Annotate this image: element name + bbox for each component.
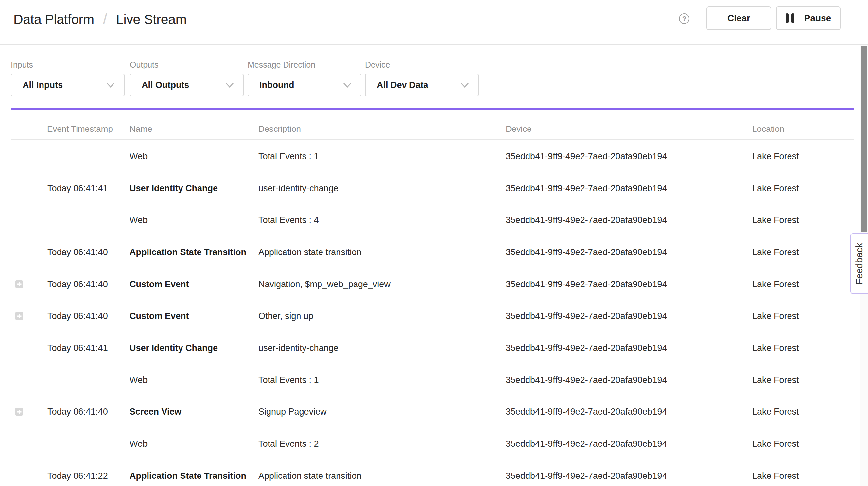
- clear-button[interactable]: Clear: [707, 6, 771, 30]
- breadcrumb-data-platform[interactable]: Data Platform: [13, 12, 94, 27]
- cell-name: Application State Transition: [129, 470, 246, 481]
- help-icon[interactable]: ?: [679, 13, 689, 24]
- column-header-event-timestamp: Event Timestamp: [47, 124, 113, 134]
- cell-location: Lake Forest: [752, 311, 799, 321]
- cell-timestamp: Today 06:41:40: [48, 247, 108, 257]
- table-row: Today 06:41:41User Identity Changeuser-i…: [0, 172, 868, 204]
- cell-timestamp: Today 06:41:40: [48, 407, 108, 417]
- cell-device: 35eddb41-9ff9-49e2-7aed-20afa90eb194: [506, 151, 667, 161]
- cell-description: user-identity-change: [258, 183, 339, 193]
- accent-bar: [11, 108, 854, 110]
- breadcrumb: Data Platform / Live Stream: [13, 0, 187, 39]
- cell-location: Lake Forest: [752, 343, 799, 353]
- cell-description: user-identity-change: [258, 343, 339, 353]
- feedback-tab-label: Feedback: [854, 243, 865, 284]
- breadcrumb-separator: /: [103, 10, 107, 28]
- filter-label-device: Device: [365, 60, 390, 70]
- table-row: WebTotal Events : 235eddb41-9ff9-49e2-7a…: [0, 428, 868, 460]
- cell-name: Custom Event: [129, 311, 189, 321]
- feedback-tab[interactable]: Feedback: [850, 233, 868, 294]
- chevron-down-icon: [106, 83, 115, 88]
- filter-dropdown-outputs[interactable]: All Outputs: [130, 73, 244, 96]
- cell-location: Lake Forest: [752, 439, 799, 449]
- column-header-location: Location: [752, 124, 784, 134]
- cell-location: Lake Forest: [752, 151, 799, 161]
- table-row: Today 06:41:22Application State Transiti…: [0, 460, 868, 486]
- column-header-device: Device: [506, 124, 531, 134]
- filter-value: All Dev Data: [377, 80, 461, 90]
- filter-dropdown-inputs[interactable]: All Inputs: [11, 73, 125, 96]
- cell-device: 35eddb41-9ff9-49e2-7aed-20afa90eb194: [506, 439, 667, 449]
- table-row: Today 06:41:40Custom EventNavigation, $m…: [0, 268, 868, 300]
- cell-description: Total Events : 1: [258, 151, 319, 161]
- cell-name: Web: [129, 375, 148, 385]
- table-row: Today 06:41:40Application State Transiti…: [0, 236, 868, 268]
- table-row: WebTotal Events : 435eddb41-9ff9-49e2-7a…: [0, 204, 868, 236]
- cell-device: 35eddb41-9ff9-49e2-7aed-20afa90eb194: [506, 407, 667, 417]
- cell-location: Lake Forest: [752, 470, 799, 481]
- cell-name: Web: [129, 151, 148, 161]
- cell-location: Lake Forest: [752, 215, 799, 225]
- table-row: WebTotal Events : 135eddb41-9ff9-49e2-7a…: [0, 140, 868, 172]
- filter-value: Inbound: [259, 80, 343, 90]
- filter-value: All Outputs: [142, 80, 225, 90]
- cell-description: Navigation, $mp_web_page_view: [258, 279, 391, 289]
- cell-device: 35eddb41-9ff9-49e2-7aed-20afa90eb194: [506, 279, 667, 289]
- cell-name: User Identity Change: [129, 343, 218, 353]
- cell-description: Signup Pageview: [258, 407, 327, 417]
- expand-plus-icon[interactable]: [15, 312, 23, 320]
- page-header: Data Platform / Live Stream ? Clear Paus…: [0, 0, 868, 45]
- cell-location: Lake Forest: [752, 407, 799, 417]
- cell-device: 35eddb41-9ff9-49e2-7aed-20afa90eb194: [506, 247, 667, 257]
- cell-timestamp: Today 06:41:22: [48, 470, 108, 481]
- cell-timestamp: Today 06:41:41: [48, 183, 108, 193]
- cell-name: Screen View: [129, 407, 182, 417]
- cell-description: Application state transition: [258, 470, 362, 481]
- chevron-down-icon: [461, 83, 469, 88]
- column-header-description: Description: [258, 124, 301, 134]
- cell-description: Application state transition: [258, 247, 362, 257]
- expand-plus-icon[interactable]: [15, 408, 23, 416]
- cell-device: 35eddb41-9ff9-49e2-7aed-20afa90eb194: [506, 311, 667, 321]
- cell-timestamp: Today 06:41:40: [48, 311, 108, 321]
- cell-location: Lake Forest: [752, 183, 799, 193]
- pause-icon: [785, 13, 795, 23]
- cell-timestamp: Today 06:41:41: [48, 343, 108, 353]
- expand-plus-icon[interactable]: [15, 280, 23, 288]
- chevron-down-icon: [225, 83, 234, 88]
- table-row: Today 06:41:40Custom EventOther, sign up…: [0, 300, 868, 332]
- page-title: Live Stream: [116, 12, 186, 27]
- scrollbar-thumb[interactable]: [861, 46, 867, 232]
- table-row: Today 06:41:40Screen ViewSignup Pageview…: [0, 396, 868, 428]
- cell-device: 35eddb41-9ff9-49e2-7aed-20afa90eb194: [506, 470, 667, 481]
- cell-description: Other, sign up: [258, 311, 313, 321]
- event-table: WebTotal Events : 135eddb41-9ff9-49e2-7a…: [0, 140, 868, 486]
- pause-button[interactable]: Pause: [776, 6, 840, 30]
- table-row: WebTotal Events : 135eddb41-9ff9-49e2-7a…: [0, 364, 868, 396]
- clear-button-label: Clear: [727, 13, 750, 24]
- pause-button-label: Pause: [804, 13, 831, 24]
- cell-name: Custom Event: [129, 279, 189, 289]
- cell-location: Lake Forest: [752, 375, 799, 385]
- filter-dropdown-message-direction[interactable]: Inbound: [248, 73, 362, 96]
- filter-value: All Inputs: [23, 80, 106, 90]
- cell-name: User Identity Change: [129, 183, 218, 193]
- table-header-divider: [11, 139, 854, 140]
- cell-device: 35eddb41-9ff9-49e2-7aed-20afa90eb194: [506, 183, 667, 193]
- filter-dropdown-device[interactable]: All Dev Data: [365, 73, 479, 96]
- cell-description: Total Events : 2: [258, 439, 319, 449]
- cell-description: Total Events : 1: [258, 375, 319, 385]
- cell-device: 35eddb41-9ff9-49e2-7aed-20afa90eb194: [506, 343, 667, 353]
- filter-label-outputs: Outputs: [130, 60, 159, 70]
- cell-location: Lake Forest: [752, 247, 799, 257]
- chevron-down-icon: [343, 83, 351, 88]
- cell-timestamp: Today 06:41:40: [48, 279, 108, 289]
- column-header-name: Name: [129, 124, 152, 134]
- filter-label-message-direction: Message Direction: [248, 60, 315, 70]
- filter-label-inputs: Inputs: [11, 60, 33, 70]
- cell-name: Web: [129, 215, 148, 225]
- cell-device: 35eddb41-9ff9-49e2-7aed-20afa90eb194: [506, 215, 667, 225]
- cell-name: Web: [129, 439, 148, 449]
- table-row: Today 06:41:41User Identity Changeuser-i…: [0, 332, 868, 364]
- cell-name: Application State Transition: [129, 247, 246, 257]
